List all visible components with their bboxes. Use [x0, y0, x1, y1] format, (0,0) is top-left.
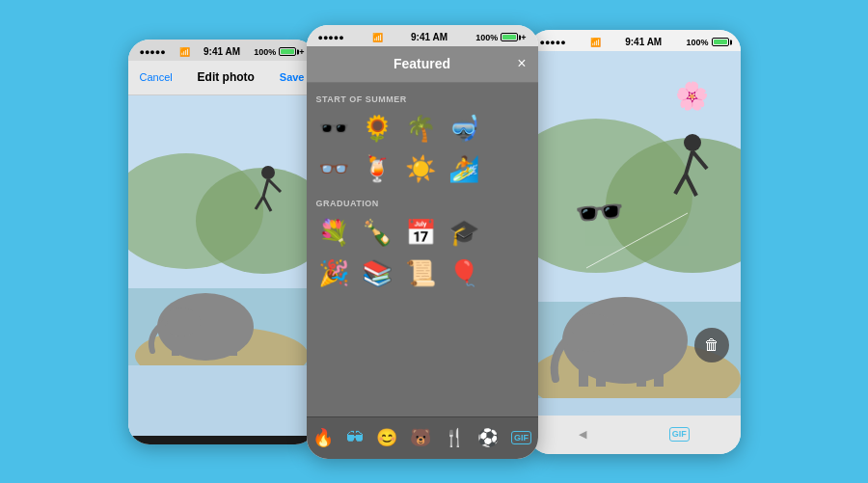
svg-rect-23 — [579, 360, 588, 387]
fire-icon: 🔥 — [312, 427, 334, 448]
svg-point-11 — [261, 166, 275, 179]
featured-header: Featured × — [307, 46, 538, 83]
toolbar-right: ◀ GIF — [529, 416, 741, 454]
section-summer-title: START OF SUMMER — [316, 94, 529, 104]
time-right: 9:41 AM — [625, 37, 662, 47]
sticker-sunflower[interactable]: 🌻 — [360, 112, 394, 147]
status-right-left: 100% + — [254, 47, 304, 57]
gif-label-right[interactable]: GIF — [669, 427, 690, 442]
svg-rect-10 — [230, 336, 237, 356]
gif-label-center: GIF — [511, 431, 531, 445]
status-bar-left: ●●●●● 📶 9:41 AM 100% + — [128, 40, 316, 61]
battery-center — [501, 33, 518, 41]
tab-gif[interactable]: GIF — [511, 431, 531, 445]
sticker-empty4 — [490, 256, 525, 291]
photo-area-right: 🕶️ 🌸 🗑 — [529, 51, 741, 416]
wifi-icon-right: 📶 — [590, 38, 601, 47]
svg-rect-26 — [654, 360, 664, 387]
cancel-button[interactable]: Cancel — [140, 71, 173, 83]
svg-rect-7 — [172, 336, 179, 356]
tab-sport[interactable]: ⚽ — [477, 427, 499, 448]
sticker-cocktail[interactable]: 🍹 — [360, 152, 394, 187]
sticker-party[interactable]: 🎉 — [316, 256, 351, 291]
trash-button[interactable]: 🗑 — [694, 328, 729, 362]
sticker-snorkel[interactable]: 🤿 — [447, 112, 481, 147]
food-icon: 🍴 — [444, 427, 465, 448]
signal-dots-center: ●●●●● — [318, 33, 344, 42]
animal-icon: 🐻 — [410, 427, 431, 448]
signal-dots-right: ●●●●● — [540, 38, 566, 47]
featured-title: Featured — [393, 56, 450, 71]
svg-point-27 — [684, 134, 701, 151]
close-button[interactable]: × — [517, 55, 526, 72]
tab-animal[interactable]: 🐻 — [410, 427, 431, 448]
save-button[interactable]: Save — [280, 71, 305, 83]
status-right-right: 100% — [686, 38, 728, 47]
battery-fill-center — [502, 35, 516, 40]
tab-emoji[interactable]: 😊 — [376, 427, 397, 448]
bottom-tab-bar: 🔥 🕶 😊 🐻 🍴 ⚽ GIF — [307, 416, 538, 459]
time-left: 9:41 AM — [203, 46, 240, 57]
battery-pct-right: 100% — [686, 38, 708, 47]
battery-fill-left — [281, 49, 294, 54]
phone-center: ●●●●● 📶 9:41 AM 100% + Featured × START … — [307, 25, 538, 459]
sticker-surf[interactable]: 🏄 — [447, 152, 481, 187]
svg-rect-9 — [215, 338, 223, 356]
sticker-scroll[interactable]: START OF SUMMER 🕶️ 🌻 🌴 🤿 👓 🍹 ☀️ 🏄 GRADUA… — [307, 83, 538, 416]
sticker-sunglasses[interactable]: 🕶️ — [316, 112, 351, 147]
tab-fire[interactable]: 🔥 — [312, 427, 334, 448]
battery-left — [279, 47, 296, 56]
battery-pct-left: 100% — [254, 47, 276, 57]
edit-photo-title: Edit photo — [198, 70, 255, 84]
sport-icon: ⚽ — [477, 427, 499, 448]
tab-food[interactable]: 🍴 — [444, 427, 465, 448]
toolbar-left: ✨ ❋ ⊡ 🙂 — [128, 436, 316, 444]
charging-left: + — [299, 47, 304, 57]
battery-fill-right — [714, 40, 727, 44]
status-bar-center: ●●●●● 📶 9:41 AM 100% + — [307, 25, 538, 46]
sticker-calendar[interactable]: 📅 — [403, 216, 438, 251]
svg-point-22 — [566, 313, 616, 352]
battery-pct-center: 100% — [475, 33, 498, 42]
sticker-empty3 — [490, 216, 525, 251]
phone-right: ●●●●● 📶 9:41 AM 100% — [529, 30, 741, 454]
sticker-redglasses[interactable]: 👓 — [316, 152, 351, 187]
charging-center: + — [521, 33, 526, 42]
scene-svg-left — [128, 95, 316, 365]
svg-rect-8 — [186, 338, 194, 356]
phones-container: ●●●●● 📶 9:41 AM 100% + Cancel Edit photo… — [0, 0, 868, 483]
emoji-icon: 😊 — [376, 427, 397, 448]
signal-dots-left: ●●●●● — [140, 47, 166, 57]
status-right-center: 100% + — [475, 33, 526, 42]
status-bar-right: ●●●●● 📶 9:41 AM 100% — [529, 30, 741, 51]
sticker-books[interactable]: 📚 — [360, 256, 394, 291]
sticker-sun[interactable]: ☀️ — [403, 152, 438, 187]
photo-area-left — [128, 95, 316, 436]
battery-right — [712, 38, 729, 46]
back-arrow-icon[interactable]: ◀ — [579, 428, 586, 441]
wifi-icon-center: 📶 — [372, 33, 383, 42]
tab-sticker[interactable]: 🕶 — [346, 428, 364, 448]
sticker-scroll[interactable]: 📜 — [403, 256, 438, 291]
sticker-empty1 — [490, 112, 525, 147]
sticker-balloon[interactable]: 🎈 — [447, 256, 481, 291]
nav-bar-left: Cancel Edit photo Save — [128, 61, 316, 95]
sticker-flowers[interactable]: 💐 — [316, 216, 351, 251]
sticker-mortarboard[interactable]: 🎓 — [447, 216, 481, 251]
svg-rect-24 — [596, 362, 606, 387]
time-center: 9:41 AM — [411, 32, 448, 42]
sticker-empty2 — [490, 152, 525, 187]
svg-rect-25 — [637, 362, 646, 387]
sticker-palm[interactable]: 🌴 — [403, 112, 438, 147]
sunglasses-sticker[interactable]: 🕶️ — [573, 187, 627, 238]
sun-sticker[interactable]: 🌸 — [675, 80, 709, 112]
sticker-champagne[interactable]: 🍾 — [360, 216, 394, 251]
section-graduation-title: GRADUATION — [316, 199, 529, 208]
phone-left: ●●●●● 📶 9:41 AM 100% + Cancel Edit photo… — [128, 40, 316, 444]
wifi-icon-left: 📶 — [179, 47, 190, 57]
summer-sticker-grid: 🕶️ 🌻 🌴 🤿 👓 🍹 ☀️ 🏄 — [316, 112, 529, 187]
sticker-tab-icon: 🕶 — [346, 428, 364, 448]
graduation-sticker-grid: 💐 🍾 📅 🎓 🎉 📚 📜 🎈 — [316, 216, 529, 291]
